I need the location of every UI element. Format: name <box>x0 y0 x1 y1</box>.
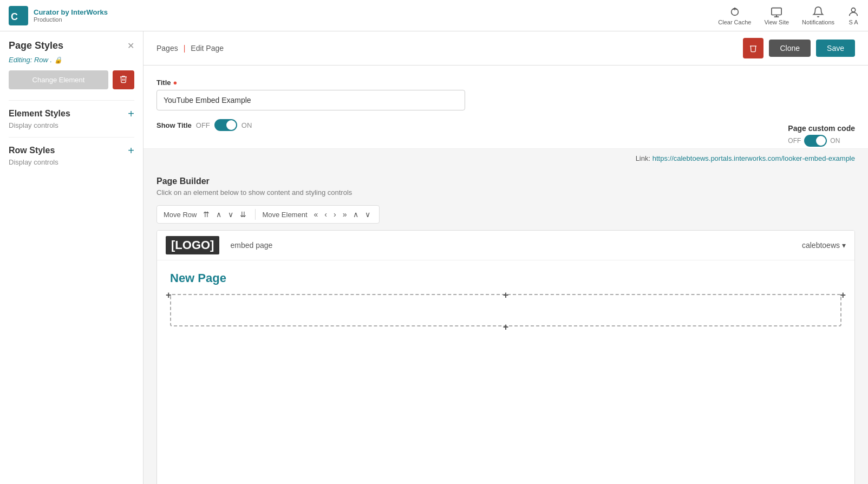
change-element-button[interactable]: Change Element <box>9 70 108 89</box>
clone-button[interactable]: Clone <box>769 40 811 57</box>
clear-cache-button[interactable]: Clear Cache <box>718 6 751 25</box>
svg-rect-2 <box>772 8 781 15</box>
save-button[interactable]: Save <box>816 40 855 57</box>
custom-code-off-label: OFF <box>788 137 801 145</box>
top-nav: C Curator by InterWorks Production Clear… <box>0 0 868 31</box>
builder-toolbar: Move Row ⇈ ∧ ∨ ⇊ Move Element « ‹ › » ∧ … <box>156 205 380 224</box>
page-custom-code-area: Page custom code OFF ON <box>788 124 855 147</box>
notifications-button[interactable]: Notifications <box>802 6 834 25</box>
preview-area: [LOGO] embed page calebtoews ▾ New Page … <box>156 230 855 484</box>
required-dot: ● <box>173 79 178 87</box>
page-link[interactable]: https://calebtoews.portals.interworks.co… <box>652 154 855 162</box>
user-icon <box>847 6 859 18</box>
page-link-row: Link: https://calebtoews.portals.interwo… <box>143 149 868 168</box>
row-styles-sub: Display controls <box>9 158 134 166</box>
preview-nav-link[interactable]: embed page <box>230 241 272 250</box>
element-styles-header: Element Styles + <box>9 108 134 119</box>
app-env: Production <box>34 16 108 23</box>
monitor-icon <box>771 6 782 18</box>
change-element-area: Change Element <box>9 70 134 89</box>
sidebar-delete-button[interactable] <box>113 70 134 89</box>
custom-code-title: Page custom code <box>788 124 855 133</box>
move-element-next-button[interactable]: › <box>331 210 338 219</box>
logo-area: C Curator by InterWorks Production <box>9 6 108 25</box>
title-row: Title ● <box>156 79 855 110</box>
move-element-first-button[interactable]: « <box>312 210 321 219</box>
toggle-off-label: OFF <box>196 121 210 129</box>
edit-page-header: Pages | Edit Page Clone Save <box>143 31 868 66</box>
svg-text:C: C <box>11 11 18 22</box>
pages-divider: | <box>184 44 186 53</box>
move-element-up-button[interactable]: ∧ <box>351 210 361 219</box>
element-styles-sub: Display controls <box>9 121 134 129</box>
move-row-label: Move Row <box>164 211 197 219</box>
toolbar-separator <box>255 209 256 220</box>
view-site-button[interactable]: View Site <box>764 6 789 25</box>
title-input[interactable] <box>156 90 465 110</box>
show-title-toggle[interactable] <box>214 119 237 131</box>
move-row-up-button[interactable]: ∧ <box>214 210 224 219</box>
editing-label: Editing: Row . 🔒 <box>9 56 134 64</box>
move-row-first-button[interactable]: ⇈ <box>201 210 212 219</box>
delete-page-button[interactable] <box>743 38 763 58</box>
title-label: Title ● <box>156 79 855 87</box>
preview-nav: [LOGO] embed page calebtoews ▾ <box>157 231 854 260</box>
custom-code-toggle-row: OFF ON <box>788 135 855 147</box>
row-styles-title: Row Styles <box>9 146 55 155</box>
page-builder-section: Page Builder Click on an element below t… <box>143 168 868 484</box>
move-row-down-button[interactable]: ∨ <box>226 210 236 219</box>
user-button[interactable]: S A <box>847 6 859 25</box>
link-label: Link: <box>636 154 650 162</box>
page-builder-sub: Click on an element below to show conten… <box>156 188 855 197</box>
main-content: Pages | Edit Page Clone Save Title <box>143 31 868 484</box>
delete-page-icon <box>749 44 758 53</box>
curator-logo-icon: C <box>9 6 28 25</box>
page-builder-title: Page Builder <box>156 176 855 186</box>
preview-logo: [LOGO] <box>166 236 219 254</box>
bell-icon <box>812 6 824 18</box>
toggle-on-label: ON <box>242 121 252 129</box>
sidebar-close-button[interactable]: ✕ <box>127 41 134 51</box>
clear-cache-icon <box>729 6 741 18</box>
page-form: Title ● Show Title OFF ON <box>143 66 868 149</box>
sidebar-header: Page Styles ✕ <box>9 40 134 51</box>
element-styles-section: Element Styles + Display controls <box>9 100 134 129</box>
svg-point-3 <box>851 8 855 11</box>
preview-page-title: New Page <box>170 271 841 285</box>
show-title-label: Show Title <box>156 121 192 129</box>
pages-link[interactable]: Pages <box>156 44 178 53</box>
row-styles-section: Row Styles + Display controls <box>9 137 134 166</box>
app-name: Curator by InterWorks <box>34 8 108 17</box>
sidebar: Page Styles ✕ Editing: Row . 🔒 Change El… <box>0 31 143 484</box>
element-styles-add-button[interactable]: + <box>128 108 134 119</box>
element-styles-title: Element Styles <box>9 109 70 119</box>
page-actions: Clone Save <box>743 38 855 58</box>
custom-code-toggle[interactable] <box>804 135 827 147</box>
plus-bottom-middle[interactable]: + <box>503 322 509 333</box>
lock-icon: 🔒 <box>54 56 62 64</box>
edit-page-label: Edit Page <box>191 44 224 53</box>
plus-top-right[interactable]: + <box>840 290 846 301</box>
move-element-last-button[interactable]: » <box>341 210 349 219</box>
trash-icon <box>119 75 128 83</box>
preview-user: calebtoews ▾ <box>802 241 846 250</box>
sidebar-title: Page Styles <box>9 40 63 51</box>
empty-row[interactable]: + + + + <box>170 294 841 326</box>
plus-top-left[interactable]: + <box>166 290 172 301</box>
move-element-down-button[interactable]: ∨ <box>363 210 373 219</box>
move-element-prev-button[interactable]: ‹ <box>322 210 329 219</box>
custom-code-on-label: ON <box>830 137 840 145</box>
main-layout: Page Styles ✕ Editing: Row . 🔒 Change El… <box>0 31 868 484</box>
row-styles-header: Row Styles + <box>9 145 134 156</box>
move-row-last-button[interactable]: ⇊ <box>238 210 249 219</box>
page-form-wrapper: Title ● Show Title OFF ON Page <box>143 66 868 149</box>
show-title-row: Show Title OFF ON <box>156 119 855 131</box>
preview-content: New Page + + + + <box>157 260 854 348</box>
move-element-label: Move Element <box>262 211 307 219</box>
row-styles-add-button[interactable]: + <box>128 145 134 156</box>
nav-right: Clear Cache View Site Notifications S A <box>718 6 859 25</box>
plus-top-middle[interactable]: + <box>503 290 509 301</box>
